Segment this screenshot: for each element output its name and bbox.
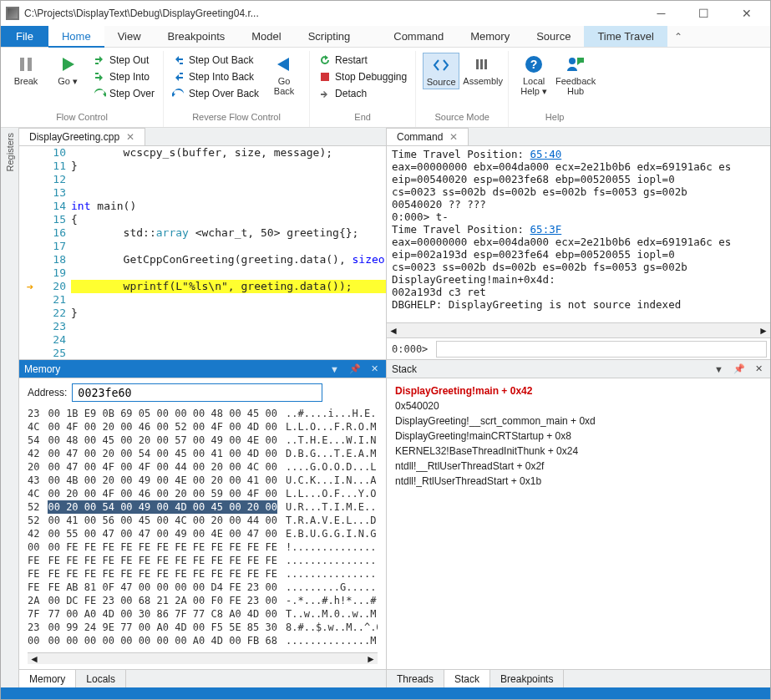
- source-mode-button[interactable]: Source: [423, 53, 459, 89]
- hex-row[interactable]: 0000 00 00 00 00 00 00 00 A0 4D 00 FB 68…: [28, 634, 378, 647]
- close-command-tab-icon[interactable]: ✕: [449, 131, 458, 143]
- address-input[interactable]: [72, 383, 322, 402]
- step-out-back-button[interactable]: Step Out Back: [170, 53, 261, 68]
- menu-model[interactable]: Model: [238, 26, 294, 47]
- code-line[interactable]: int main(): [71, 200, 386, 213]
- stack-frame[interactable]: DisplayGreeting!main + 0x42: [395, 383, 762, 398]
- hex-row[interactable]: 5200 20 00 54 00 49 00 4D 00 45 00 20 00…: [28, 500, 378, 514]
- dropdown-icon[interactable]: ▼: [327, 364, 342, 374]
- stack-frames[interactable]: DisplayGreeting!main + 0x420x540020Displ…: [387, 378, 770, 494]
- go-button[interactable]: Go ▾: [49, 53, 86, 89]
- stop-debugging-button[interactable]: Stop Debugging: [317, 69, 408, 84]
- registers-rail[interactable]: Registers: [1, 128, 19, 687]
- pin-icon[interactable]: 📌: [347, 363, 363, 374]
- code-line[interactable]: std::array <wchar_t, 50> greeting{};: [71, 226, 386, 240]
- pin-icon[interactable]: 📌: [731, 363, 748, 374]
- hex-row[interactable]: FEFE AB 81 0F 47 00 00 00 00 D4 FE 23 00…: [28, 581, 378, 594]
- menu-time-travel[interactable]: Time Travel: [584, 26, 667, 47]
- bottom-tab-threads[interactable]: Threads: [387, 670, 444, 687]
- close-tab-icon[interactable]: ✕: [126, 131, 134, 143]
- detach-button[interactable]: Detach: [317, 86, 408, 101]
- feedback-hub-button[interactable]: Feedback Hub: [557, 53, 594, 98]
- hex-row[interactable]: FEFE FE FE FE FE FE FE FE FE FE FE FE FE…: [28, 567, 378, 581]
- hex-row[interactable]: 4300 4B 00 20 00 49 00 4E 00 20 00 41 00…: [28, 474, 378, 487]
- code-line[interactable]: [71, 186, 386, 200]
- hex-row[interactable]: 7F77 00 A0 4D 00 30 86 7F 77 C8 A0 4D 00…: [28, 607, 378, 621]
- file-menu[interactable]: File: [1, 26, 48, 47]
- step-out-button[interactable]: Step Out: [91, 53, 156, 68]
- close-stack-icon[interactable]: ✕: [753, 363, 765, 374]
- hex-row[interactable]: FEFE FE FE FE FE FE FE FE FE FE FE FE FE…: [28, 554, 378, 567]
- close-button[interactable]: ✕: [728, 1, 765, 26]
- hex-row[interactable]: 0000 FE FE FE FE FE FE FE FE FE FE FE FE…: [28, 540, 378, 554]
- collapse-ribbon-icon[interactable]: ⌃: [667, 26, 689, 47]
- ribbon-group-reverse: Step Out Back Step Into Back Step Over B…: [164, 51, 310, 127]
- code-line[interactable]: [71, 320, 386, 333]
- code-line[interactable]: [71, 173, 386, 186]
- menu-view[interactable]: View: [104, 26, 155, 47]
- memory-scrollbar[interactable]: ◄►: [28, 652, 378, 664]
- maximize-button[interactable]: ☐: [685, 1, 723, 26]
- stack-frame[interactable]: KERNEL32!BaseThreadInitThunk + 0x24: [395, 444, 762, 459]
- hex-row[interactable]: 5200 41 00 56 00 45 00 4C 00 20 00 44 00…: [28, 514, 378, 527]
- step-over-button[interactable]: Step Over: [91, 86, 156, 101]
- stack-frame[interactable]: ntdll!_RtlUserThreadStart + 0x1b: [395, 474, 762, 489]
- menu-source[interactable]: Source: [523, 26, 584, 47]
- code-line[interactable]: wcscpy_s(buffer, size, message);: [71, 146, 386, 160]
- command-output[interactable]: Time Travel Position: 65:40eax=00000000 …: [387, 146, 770, 322]
- code-line[interactable]: }: [71, 160, 386, 173]
- workspace: Registers DisplayGreeting.cpp ✕ ➔1011121…: [1, 128, 770, 687]
- code-line[interactable]: }: [71, 307, 386, 320]
- command-tab[interactable]: Command ✕: [387, 128, 469, 145]
- hex-row[interactable]: 5400 48 00 45 00 20 00 57 00 49 00 4E 00…: [28, 434, 378, 447]
- stack-frame[interactable]: 0x540020: [395, 398, 762, 413]
- stack-frame[interactable]: ntdll!__RtlUserThreadStart + 0x2f: [395, 459, 762, 474]
- stack-frame[interactable]: DisplayGreeting!mainCRTStartup + 0x8: [395, 429, 762, 444]
- break-button[interactable]: Break: [8, 53, 44, 88]
- source-tab[interactable]: DisplayGreeting.cpp ✕: [19, 128, 145, 145]
- bottom-tab-memory[interactable]: Memory: [19, 670, 76, 687]
- play-back-icon: [274, 54, 294, 74]
- code-line[interactable]: {: [71, 213, 386, 226]
- hex-row[interactable]: 4C00 4F 00 20 00 46 00 52 00 4F 00 4D 00…: [28, 420, 378, 434]
- menu-home[interactable]: Home: [48, 26, 104, 48]
- stack-frame[interactable]: DisplayGreeting!__scrt_common_main + 0xd: [395, 413, 762, 429]
- step-over-back-button[interactable]: Step Over Back: [170, 86, 261, 101]
- command-prompt: 0:000>: [387, 343, 433, 355]
- restart-button[interactable]: Restart: [317, 53, 408, 68]
- menu-command[interactable]: Command: [380, 26, 457, 47]
- code-line[interactable]: GetCppConGreeting(greeting.data(), sizeo…: [71, 253, 386, 266]
- hex-row[interactable]: 2300 1B E9 0B 69 05 00 00 00 48 00 45 00…: [28, 407, 378, 420]
- bottom-tab-breakpoints[interactable]: Breakpoints: [490, 670, 564, 687]
- code-line[interactable]: [71, 347, 386, 359]
- dropdown-icon[interactable]: ▼: [712, 364, 726, 374]
- step-into-button[interactable]: Step Into: [91, 69, 156, 84]
- bottom-tab-stack[interactable]: Stack: [444, 670, 490, 687]
- code-line[interactable]: [71, 293, 386, 307]
- hex-row[interactable]: 4200 47 00 20 00 54 00 45 00 41 00 4D 00…: [28, 447, 378, 460]
- bottom-tab-locals[interactable]: Locals: [76, 670, 126, 687]
- code-line[interactable]: wprintf(L"%ls\n", greeting.data());: [71, 280, 386, 293]
- hex-row[interactable]: 2000 47 00 4F 00 4F 00 44 00 20 00 4C 00…: [28, 460, 378, 474]
- hex-row[interactable]: 4C00 20 00 4F 00 46 00 20 00 59 00 4F 00…: [28, 487, 378, 500]
- code-line[interactable]: [71, 240, 386, 253]
- menu-scripting[interactable]: Scripting: [295, 26, 364, 47]
- menu-breakpoints[interactable]: Breakpoints: [155, 26, 239, 47]
- memory-title: Memory: [24, 363, 60, 375]
- hex-row[interactable]: 4200 55 00 47 00 47 00 49 00 4E 00 47 00…: [28, 527, 378, 540]
- hex-row[interactable]: 2A00 DC FE 23 00 68 21 2A 00 F0 FE 23 00…: [28, 594, 378, 607]
- close-memory-icon[interactable]: ✕: [368, 363, 381, 374]
- code-line[interactable]: [71, 266, 386, 280]
- hex-row[interactable]: 2300 99 24 9E 77 00 A0 4D 00 F5 5E 85 30…: [28, 621, 378, 634]
- code-line[interactable]: [71, 333, 386, 347]
- menu-memory[interactable]: Memory: [457, 26, 523, 47]
- hex-view[interactable]: 2300 1B E9 0B 69 05 00 00 00 48 00 45 00…: [28, 407, 378, 652]
- command-input[interactable]: [436, 341, 767, 358]
- go-back-button[interactable]: Go Back: [266, 53, 302, 98]
- source-body[interactable]: ➔10111213141516171819202122232425 wcscpy…: [19, 146, 386, 359]
- local-help-button[interactable]: ? Local Help ▾: [515, 53, 552, 99]
- assembly-mode-button[interactable]: Assembly: [464, 53, 501, 88]
- step-into-back-button[interactable]: Step Into Back: [170, 69, 261, 84]
- command-scrollbar[interactable]: ◄►: [387, 322, 770, 337]
- minimize-button[interactable]: ─: [642, 1, 680, 26]
